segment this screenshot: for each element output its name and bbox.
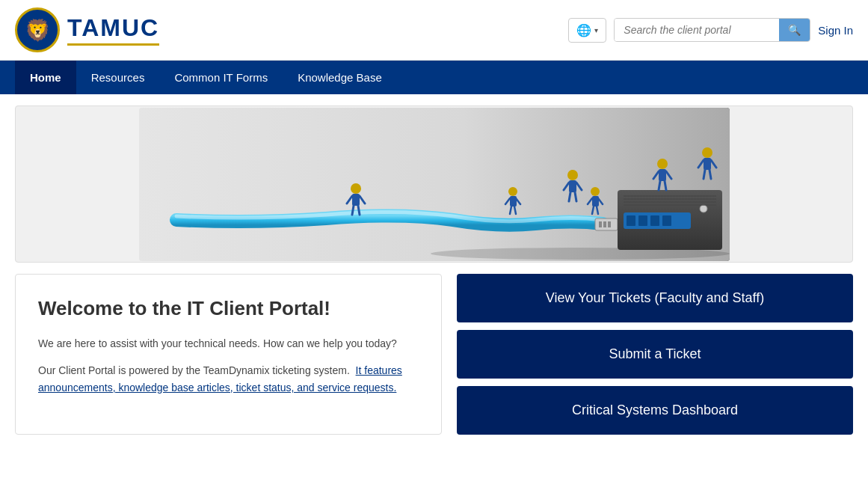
left-panel: Welcome to the IT Client Portal! We are … <box>15 274 442 435</box>
svg-point-41 <box>702 147 712 158</box>
svg-point-23 <box>567 170 578 180</box>
welcome-paragraph1: We are here to assist with your technica… <box>38 335 419 352</box>
svg-rect-3 <box>599 221 602 227</box>
svg-rect-11 <box>662 215 671 226</box>
submit-ticket-button[interactable]: Submit a Ticket <box>457 330 853 379</box>
critical-dashboard-button[interactable]: Critical Systems Dashboard <box>457 386 853 435</box>
search-container: 🔍 <box>614 18 810 42</box>
svg-point-29 <box>657 159 668 169</box>
svg-line-27 <box>569 192 570 201</box>
svg-rect-4 <box>603 221 606 227</box>
welcome-paragraph2-prefix: Our Client Portal is powered by the Team… <box>38 364 350 376</box>
logo-area: 🦁 TAMUC <box>15 7 159 52</box>
svg-line-45 <box>704 170 705 179</box>
svg-rect-5 <box>608 221 611 227</box>
svg-point-17 <box>351 183 361 194</box>
svg-line-21 <box>352 206 354 215</box>
nav-item-home[interactable]: Home <box>15 61 76 94</box>
search-icon: 🔍 <box>788 24 801 36</box>
svg-rect-8 <box>627 215 635 226</box>
svg-point-47 <box>508 187 517 196</box>
logo-text: TAMUC <box>67 14 159 42</box>
svg-line-46 <box>710 170 711 179</box>
view-tickets-button[interactable]: View Your Tickets (Faculty and Staff) <box>457 274 853 322</box>
logo-text-area: TAMUC <box>67 14 159 46</box>
svg-line-34 <box>665 181 666 190</box>
svg-rect-9 <box>638 215 647 226</box>
language-dropdown[interactable]: 🌐 ▾ <box>568 18 606 43</box>
welcome-paragraph2: Our Client Portal is powered by the Team… <box>38 362 419 396</box>
svg-rect-30 <box>659 169 666 181</box>
svg-rect-18 <box>352 194 360 206</box>
logo-lion-icon: 🦁 <box>25 18 51 43</box>
svg-point-35 <box>591 187 600 196</box>
nav-item-resources[interactable]: Resources <box>76 61 160 94</box>
search-button[interactable]: 🔍 <box>779 19 810 41</box>
svg-rect-24 <box>569 180 576 192</box>
nav-bar: Home Resources Common IT Forms Knowledge… <box>0 61 868 94</box>
svg-line-33 <box>659 181 660 190</box>
svg-rect-10 <box>650 215 659 226</box>
svg-line-22 <box>358 206 360 215</box>
welcome-title: Welcome to the IT Client Portal! <box>38 297 419 320</box>
sign-in-link[interactable]: Sign In <box>818 24 853 37</box>
header-right: 🌐 ▾ 🔍 Sign In <box>568 18 853 43</box>
nav-item-common-forms[interactable]: Common IT Forms <box>159 61 283 94</box>
main-content: Welcome to the IT Client Portal! We are … <box>15 274 853 435</box>
search-input[interactable] <box>615 19 779 41</box>
nav-item-knowledge-base[interactable]: Knowledge Base <box>283 61 397 94</box>
hero-svg <box>139 108 730 261</box>
right-panel: View Your Tickets (Faculty and Staff) Su… <box>457 274 853 435</box>
chevron-down-icon: ▾ <box>594 26 598 34</box>
globe-icon: 🌐 <box>576 23 591 37</box>
hero-image <box>139 108 730 261</box>
svg-line-28 <box>575 192 576 201</box>
logo-underline <box>67 43 159 46</box>
logo-circle: 🦁 <box>15 7 60 52</box>
svg-rect-42 <box>704 158 711 170</box>
svg-point-12 <box>700 205 707 212</box>
page-header: 🦁 TAMUC 🌐 ▾ 🔍 Sign In <box>0 0 868 61</box>
hero-container <box>15 105 853 263</box>
